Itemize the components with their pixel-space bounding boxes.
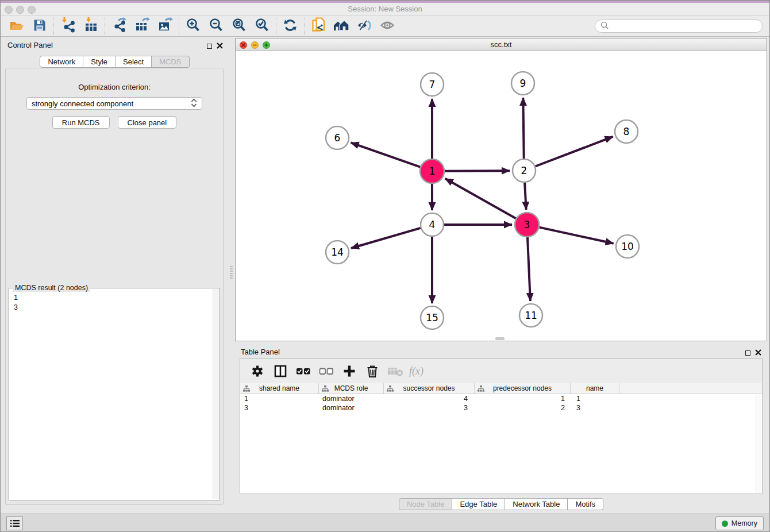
close-panel-icon[interactable]	[755, 348, 761, 358]
graph-node-label: 3	[524, 219, 530, 230]
zoom-fit-button[interactable]	[228, 17, 251, 36]
export-network-button[interactable]	[107, 17, 130, 36]
column-header-mcds-role[interactable]: MCDS role	[319, 383, 384, 394]
column-type-icon	[478, 385, 484, 394]
table-row[interactable]: 1dominator411	[240, 394, 762, 403]
table-scrollbar[interactable]	[756, 395, 761, 493]
network-graph: 7968124314101511	[236, 51, 767, 341]
mcds-panel-body: Optimization criterion: strongly connect…	[5, 68, 224, 505]
network-canvas[interactable]: 7968124314101511	[236, 51, 767, 341]
function-builder-button[interactable]: f(x)	[409, 365, 424, 377]
graph-edge-3-11[interactable]	[528, 237, 530, 301]
graph-node-label: 1	[429, 165, 436, 177]
zoom-selected-button[interactable]	[251, 17, 274, 36]
table-header-row: shared name MCDS role successor nodes pr…	[240, 383, 762, 394]
refresh-view-button[interactable]	[279, 17, 302, 36]
close-panel-button[interactable]: Close panel	[118, 116, 177, 129]
toolbar-separator	[304, 18, 305, 35]
graph-node-label: 8	[623, 126, 630, 137]
optimization-criterion-select[interactable]: strongly connected component	[26, 97, 202, 110]
graph-edge-4-14[interactable]	[351, 228, 421, 248]
eye-slash-icon	[356, 18, 372, 35]
result-scrollbar[interactable]	[213, 289, 219, 499]
tab-network-table[interactable]: Network Table	[505, 498, 568, 510]
hide-selected-button[interactable]	[353, 17, 376, 36]
open-session-button[interactable]	[5, 17, 28, 36]
table-panel-header: Table Panel	[235, 344, 767, 359]
search-input[interactable]	[609, 21, 762, 32]
tab-mcds[interactable]: MCDS	[152, 56, 189, 68]
table-cell: 3	[571, 403, 619, 413]
toolbar-separator	[276, 18, 276, 35]
close-panel-icon[interactable]	[217, 41, 223, 51]
graph-edge-2-9[interactable]	[523, 98, 523, 159]
float-panel-icon[interactable]	[207, 44, 212, 49]
window-titlebar[interactable]: Session: New Session	[1, 3, 769, 16]
save-session-button[interactable]	[28, 17, 51, 36]
network-frame-titlebar[interactable]: scc.txt	[236, 38, 767, 51]
table-settings-button[interactable]	[247, 361, 268, 381]
graph-node-label: 15	[426, 312, 438, 323]
graph-edge-2-8[interactable]	[536, 137, 613, 167]
graph-edge-1-6[interactable]	[351, 142, 421, 167]
table-cell: 1	[240, 394, 319, 403]
memory-label: Memory	[732, 519, 757, 527]
tab-network[interactable]: Network	[40, 56, 83, 68]
optimization-criterion-label: Optimization criterion:	[6, 83, 223, 91]
select-all-columns-button[interactable]	[293, 361, 314, 381]
export-table-button[interactable]	[130, 17, 153, 36]
control-panel-header: Control Panel	[1, 37, 229, 52]
delete-column-button[interactable]	[362, 361, 383, 381]
graph-node-label: 7	[429, 79, 436, 90]
run-mcds-button[interactable]: Run MCDS	[52, 116, 110, 129]
import-table-button[interactable]	[79, 17, 102, 36]
column-header-shared-name[interactable]: shared name	[240, 383, 319, 394]
tab-node-table[interactable]: Node Table	[399, 498, 453, 510]
column-header-successor-nodes[interactable]: successor nodes	[384, 383, 475, 394]
zoom-in-icon	[186, 18, 201, 35]
column-header-predecessor-nodes[interactable]: predecessor nodes	[475, 383, 571, 394]
column-header-name[interactable]: name	[571, 383, 619, 394]
select-stepper-icon	[191, 98, 197, 109]
zoom-out-button[interactable]	[205, 17, 228, 36]
select-all-icon	[296, 366, 311, 376]
zoom-in-button[interactable]	[182, 17, 205, 36]
export-network-icon	[111, 17, 127, 35]
tab-select[interactable]: Select	[116, 56, 152, 68]
import-network-button[interactable]	[56, 17, 79, 36]
task-history-button[interactable]	[6, 516, 23, 530]
create-column-button[interactable]	[339, 361, 360, 381]
show-columns-button[interactable]	[270, 361, 291, 381]
table-cell: 3	[240, 403, 319, 413]
table-row[interactable]: 3dominator323	[240, 403, 762, 413]
graph-edge-1-2[interactable]	[445, 171, 510, 171]
memory-button[interactable]: Memory	[715, 516, 764, 530]
graph-edge-3-10[interactable]	[539, 228, 613, 244]
show-all-button[interactable]	[376, 17, 399, 36]
network-view-frame: scc.txt 7968124314101511	[235, 38, 767, 341]
graph-edge-2-3[interactable]	[525, 183, 526, 210]
float-panel-icon[interactable]	[745, 350, 750, 356]
clone-network-button[interactable]	[307, 17, 330, 36]
table-cell: 1	[475, 394, 571, 403]
deselect-all-columns-button[interactable]	[316, 361, 337, 381]
network-hscrollbar-thumb[interactable]	[495, 337, 505, 340]
export-table-icon	[134, 17, 150, 35]
splitter-grip[interactable]	[230, 266, 233, 279]
zoom-out-icon	[209, 18, 224, 35]
tab-edge-table[interactable]: Edge Table	[452, 498, 505, 510]
control-panel: Control Panel Network Style Select MCDS …	[1, 37, 229, 514]
clone-network-icon	[311, 17, 326, 36]
table-panel-tabs: Node Table Edge Table Network Table Moti…	[235, 498, 767, 510]
mcds-result-text[interactable]: 13	[9, 290, 213, 500]
memory-status-icon	[722, 521, 728, 527]
export-image-button[interactable]	[153, 17, 176, 36]
graph-edge-3-1[interactable]	[445, 179, 516, 218]
tab-style[interactable]: Style	[83, 56, 116, 68]
delete-table-button[interactable]	[385, 361, 406, 381]
table-panel-title: Table Panel	[241, 348, 280, 356]
tab-motifs[interactable]: Motifs	[568, 498, 603, 510]
window-title: Session: New Session	[1, 5, 769, 13]
export-image-icon	[157, 17, 173, 35]
home-view-button[interactable]	[330, 17, 353, 36]
